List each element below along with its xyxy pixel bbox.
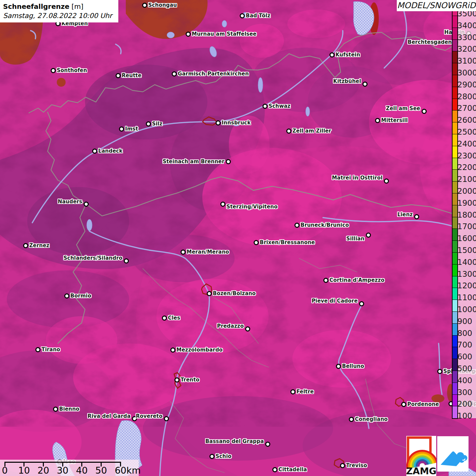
legend-block-900 bbox=[453, 312, 457, 324]
city-label-schongau: Schongau bbox=[148, 2, 177, 8]
city-label-berchtesgaden: Berchtesgaden bbox=[408, 39, 452, 45]
city-dot-schlanders-silandro bbox=[124, 258, 129, 264]
legend-block-3400 bbox=[453, 16, 457, 28]
legend-tick-3300: 3300 bbox=[457, 33, 476, 41]
legend-tick-3200: 3200 bbox=[457, 45, 476, 53]
city-dot-conegliano bbox=[349, 417, 354, 422]
legend-tick-2800: 2800 bbox=[457, 92, 476, 101]
city-dot-spilimbergo bbox=[437, 369, 442, 374]
legend-tick-600: 600 bbox=[457, 353, 476, 361]
map-scalebar: 0102030405060km bbox=[0, 460, 139, 476]
city-dot-tirano bbox=[35, 347, 40, 352]
legend-tick-2400: 2400 bbox=[457, 140, 476, 148]
legend-block-2600 bbox=[453, 111, 457, 122]
city-dot-brixen-bressanone bbox=[254, 240, 259, 245]
legend-block-1300 bbox=[453, 265, 457, 276]
city-dot-steinach-am-brenner bbox=[226, 159, 231, 164]
city-dot-schongau bbox=[142, 3, 147, 8]
city-dot-reutte bbox=[116, 73, 121, 78]
legend-tick-1100: 1100 bbox=[457, 293, 476, 302]
legend-block-300 bbox=[453, 383, 457, 395]
city-dot-cles bbox=[162, 316, 167, 321]
legend-tick-2200: 2200 bbox=[457, 163, 476, 171]
city-dot-silz bbox=[146, 121, 151, 126]
valid-datetime: Samstag, 27.08.2022 10:00 Uhr bbox=[3, 11, 115, 20]
legend-tick-200: 200 bbox=[457, 400, 476, 408]
city-label-predazzo: Predazzo bbox=[217, 323, 244, 329]
city-dot-bassano-del-grappa bbox=[265, 442, 270, 447]
legend-block-1600 bbox=[453, 229, 457, 241]
legend-tick-2900: 2900 bbox=[457, 81, 476, 89]
legend-tick-800: 800 bbox=[457, 329, 476, 337]
legend-block-2700 bbox=[453, 99, 457, 111]
city-label-conegliano: Conegliano bbox=[355, 416, 388, 422]
city-label-innsbruck: Innsbruck bbox=[222, 120, 251, 126]
city-dot-kitzb-hel bbox=[362, 82, 368, 87]
city-label-pieve-di-cadore: Pieve di Cadore bbox=[312, 298, 358, 304]
zamg-logo-text: ZAMG bbox=[406, 466, 436, 476]
map-title-box: Schneefallgrenze [m] Samstag, 27.08.2022… bbox=[0, 0, 118, 22]
city-label-meran-merano: Meran/Merano bbox=[187, 249, 229, 255]
city-dot-rovereto bbox=[164, 416, 169, 421]
legend-block-3100 bbox=[453, 51, 457, 63]
legend-tick-2600: 2600 bbox=[457, 116, 476, 124]
city-label-sonthofen: Sonthofen bbox=[57, 67, 87, 73]
scalebar-label-40: 40 bbox=[76, 465, 88, 476]
legend-block-2300 bbox=[453, 146, 457, 158]
city-label-sterzing-vipiteno: Sterzing/Vipiteno bbox=[226, 204, 277, 210]
city-label-tirano: Tirano bbox=[41, 346, 60, 353]
city-label-silz: Silz bbox=[152, 121, 163, 127]
city-dot-treviso bbox=[340, 463, 345, 468]
city-dot-landeck bbox=[92, 149, 97, 154]
city-dot-bruneck-brunico bbox=[294, 223, 300, 228]
legend-tick-2700: 2700 bbox=[457, 104, 476, 112]
legend-block-1800 bbox=[453, 205, 457, 217]
zamg-logo: ZAMG bbox=[406, 436, 436, 476]
legend-tick-1500: 1500 bbox=[457, 246, 476, 254]
legend-block-500 bbox=[453, 359, 457, 371]
legend-tick-1300: 1300 bbox=[457, 270, 476, 278]
legend-block-2500 bbox=[453, 122, 457, 134]
scalebar-label-10: 10 bbox=[18, 465, 30, 476]
legend-tick-1800: 1800 bbox=[457, 211, 476, 219]
title-text: Schneefallgrenze bbox=[3, 2, 69, 11]
scalebar-label-60km: 60km bbox=[115, 465, 140, 476]
city-dot-innsbruck bbox=[216, 120, 221, 125]
city-label-landeck: Landeck bbox=[98, 148, 123, 154]
city-label-rovereto: Rovereto bbox=[136, 413, 163, 419]
city-label-schlanders-silandro: Schlanders/Silandro bbox=[64, 255, 122, 261]
city-dot-bienno bbox=[53, 407, 58, 412]
city-dot-zell-am-ziller bbox=[286, 129, 291, 134]
title-unit: [m] bbox=[71, 2, 83, 11]
legend-block-3000 bbox=[453, 63, 457, 75]
city-label-riva-del-garda: Riva del Garda bbox=[87, 413, 131, 419]
city-label-lienz: Lienz bbox=[397, 211, 413, 218]
legend-tick-500: 500 bbox=[457, 364, 476, 373]
city-label-bruneck-brunico: Bruneck/Brunico bbox=[301, 222, 349, 228]
legend-block-200 bbox=[453, 395, 457, 407]
legend-block-1500 bbox=[453, 241, 457, 253]
legend-block-1700 bbox=[453, 217, 457, 229]
city-label-steinach-am-brenner: Steinach am Brenner bbox=[163, 158, 224, 165]
city-dot-feltre bbox=[290, 389, 295, 394]
city-label-kitzb-hel: Kitzbühel bbox=[333, 78, 361, 84]
city-dot-lienz bbox=[414, 214, 419, 219]
city-dot-mittersill bbox=[375, 118, 380, 123]
city-label-kufstein: Kufstein bbox=[336, 52, 360, 58]
page-title: Schneefallgrenze [m] bbox=[3, 2, 115, 11]
model-name-label: MODEL/SNOWGRiD bbox=[397, 0, 476, 11]
city-dot-sonthofen bbox=[51, 68, 56, 73]
city-label-nauders: Nauders bbox=[58, 199, 82, 205]
city-label-bassano-del-grappa: Bassano del Grappa bbox=[205, 438, 264, 444]
city-dot-bozen-bolzano bbox=[207, 291, 212, 296]
city-dot-bad-t-lz bbox=[240, 13, 245, 18]
city-label-mittersill: Mittersill bbox=[381, 117, 408, 123]
legend-block-1100 bbox=[453, 288, 457, 300]
legend-tick-400: 400 bbox=[457, 376, 476, 385]
city-dot-meran-merano bbox=[181, 250, 186, 255]
legend-block-2900 bbox=[453, 75, 457, 87]
city-dot-cittadella bbox=[272, 467, 277, 472]
city-label-feltre: Feltre bbox=[296, 389, 314, 395]
city-dot-garmisch-partenkirchen bbox=[172, 71, 177, 76]
legend-tick-700: 700 bbox=[457, 341, 476, 349]
